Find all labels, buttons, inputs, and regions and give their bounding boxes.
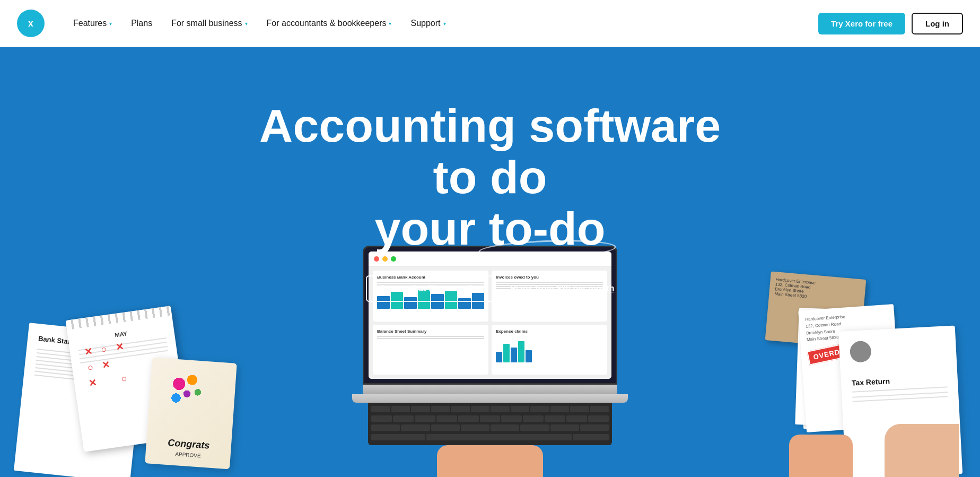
nav-support-label: Support <box>410 19 440 28</box>
nav-accountants[interactable]: For accountants & bookkeepers ▾ <box>259 14 399 32</box>
hero-section: Accounting software to do your to-do Lea… <box>0 47 980 477</box>
nav-features-label: Features <box>73 19 107 28</box>
hero-content: Accounting software to do your to-do Lea… <box>251 47 729 334</box>
flowers-decor <box>164 364 210 414</box>
nav-plans-label: Plans <box>131 19 152 28</box>
approve-text: APPROVE <box>175 451 201 458</box>
right-hand-decor <box>885 424 959 477</box>
nav-items: Features ▾ Plans For small business ▾ Fo… <box>66 14 818 32</box>
accountants-chevron-icon: ▾ <box>389 21 391 27</box>
tax-return-title: Tax Return <box>852 374 948 387</box>
laptop-keyboard <box>368 403 612 445</box>
nav-plans[interactable]: Plans <box>124 14 160 32</box>
navbar-actions: Try Xero for free Log in <box>818 13 963 34</box>
hero-title-line2: your to-do <box>374 203 605 255</box>
nav-small-biz[interactable]: For small business ▾ <box>164 14 255 32</box>
hero-left-decor: Bank Statement MAY ✕○✕ ○✕ ✕○ <box>21 275 244 477</box>
nav-small-biz-label: For small business <box>171 19 242 28</box>
support-chevron-icon: ▾ <box>443 21 446 27</box>
small-biz-chevron-icon: ▾ <box>245 21 248 27</box>
laptop-keyboard-area <box>352 394 628 403</box>
xero-logo[interactable]: x <box>17 10 45 37</box>
hero-right-decor: Hardcover Enterprise 132, Colman Road Br… <box>715 265 959 477</box>
hero-actions: Learn what Xero can do Plans from $20 pe… <box>251 275 729 302</box>
nav-accountants-label: For accountants & bookkeepers <box>267 19 387 28</box>
laptop-base <box>363 385 617 394</box>
features-chevron-icon: ▾ <box>109 21 112 27</box>
svg-text:x: x <box>28 18 33 29</box>
hero-title-line1: Accounting software to do <box>259 99 721 203</box>
tic-tac-toe-decor: ✕○✕ ○✕ ✕○ <box>80 339 132 392</box>
learn-button[interactable]: Learn what Xero can do <box>366 275 493 302</box>
login-button[interactable]: Log in <box>912 13 963 34</box>
congrats-card-decor: Congrats APPROVE <box>145 358 237 470</box>
tax-circle-decor <box>850 341 872 363</box>
nav-features[interactable]: Features ▾ <box>66 14 119 32</box>
right-hand2-decor <box>789 435 853 477</box>
navbar: x Features ▾ Plans For small business ▾ … <box>0 0 980 47</box>
try-xero-button[interactable]: Try Xero for free <box>818 13 905 34</box>
hero-title: Accounting software to do your to-do <box>251 100 729 254</box>
laptop-hand-decor <box>437 445 543 477</box>
plans-button[interactable]: Plans from $20 per month <box>510 276 615 301</box>
todo-word: to-do <box>489 203 606 255</box>
nav-support[interactable]: Support ▾ <box>403 14 453 32</box>
congrats-text: Congrats <box>168 437 210 451</box>
